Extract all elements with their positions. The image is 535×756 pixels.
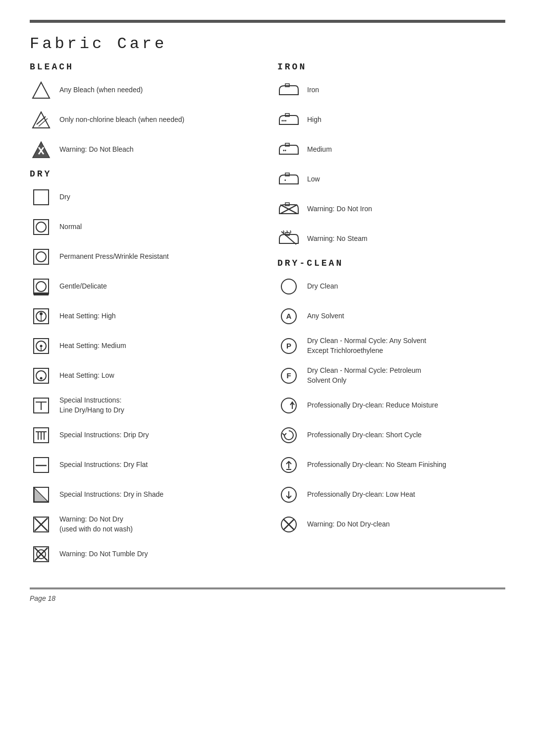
dry-label: Dry: [59, 192, 70, 202]
line-dry-icon: [30, 394, 53, 417]
list-item: A Any Solvent: [277, 305, 505, 328]
svg-point-66: [281, 398, 296, 413]
heat-low-label: Heat Setting: Low: [59, 371, 114, 381]
svg-point-19: [40, 312, 43, 315]
list-item: Warning: Do Not Bleach: [30, 138, 258, 161]
dry-in-shade-label: Special Instructions: Dry in Shade: [59, 490, 163, 500]
list-item: •• Medium: [277, 138, 505, 161]
list-item: Professionally Dry-clean: Short Cycle: [277, 424, 505, 447]
heat-medium-label: Heat Setting: Medium: [59, 341, 126, 351]
dry-clean-label: Dry Clean: [307, 282, 338, 291]
list-item: Only non-chlorine bleach (when needed): [30, 109, 258, 131]
gentle-delicate-icon: [30, 275, 53, 298]
no-steam-finishing-label: Professionally Dry-clean: No Steam Finis…: [307, 460, 446, 470]
iron-low-icon: •: [277, 168, 300, 191]
iron-medium-icon: ••: [277, 138, 300, 161]
do-not-dry-icon: [30, 513, 53, 536]
normal-icon: [30, 216, 53, 238]
dry-in-shade-icon: [30, 483, 53, 506]
f-solvent-icon: F: [277, 364, 300, 387]
svg-point-14: [36, 282, 46, 291]
dry-clean-icon: [277, 275, 300, 298]
p-solvent-icon: P: [277, 335, 300, 357]
list-item: Permanent Press/Wrinkle Resistant: [30, 245, 258, 268]
list-item: Special Instructions: Dry Flat: [30, 454, 258, 476]
page-title: Fabric Care: [30, 35, 505, 53]
iron-header: IRON: [277, 62, 505, 72]
iron-low-label: Low: [307, 174, 320, 184]
heat-high-icon: [30, 305, 53, 328]
svg-point-9: [36, 222, 46, 232]
do-not-bleach-label: Warning: Do Not Bleach: [59, 145, 134, 155]
svg-text:•••: •••: [281, 118, 287, 123]
page-footer: Page 18: [30, 594, 505, 602]
dryclean-header: DRY-CLEAN: [277, 258, 505, 268]
iron-high-icon: •••: [277, 109, 300, 131]
iron-label: Iron: [307, 85, 319, 95]
permanent-press-icon: [30, 245, 53, 268]
bottom-border: [30, 587, 505, 589]
drip-dry-label: Special Instructions: Drip Dry: [59, 430, 149, 440]
svg-marker-39: [34, 488, 48, 502]
list-item: • Low: [277, 168, 505, 191]
svg-point-27: [40, 377, 43, 380]
iron-high-label: High: [307, 115, 321, 125]
list-item: Iron: [277, 79, 505, 102]
p-solvent-label: Dry Clean - Normal Cycle: Any SolventExc…: [307, 336, 426, 355]
do-not-dry-clean-label: Warning: Do Not Dry-clean: [307, 520, 390, 529]
heat-high-label: Heat Setting: High: [59, 311, 116, 321]
svg-text:A: A: [286, 312, 292, 320]
heat-low-icon: [30, 364, 53, 387]
dry-header: DRY: [30, 169, 258, 179]
iron-medium-label: Medium: [307, 145, 332, 155]
svg-text:•: •: [284, 177, 286, 183]
reduce-moisture-label: Professionally Dry-clean: Reduce Moistur…: [307, 401, 438, 410]
svg-marker-0: [33, 82, 50, 98]
right-column: IRON Iron •••: [277, 58, 505, 573]
do-not-dry-label: Warning: Do Not Dry(used with do not was…: [59, 515, 133, 534]
svg-line-58: [281, 232, 296, 244]
line-dry-label: Special Instructions:Line Dry/Hang to Dr…: [59, 396, 124, 415]
svg-point-68: [281, 428, 296, 443]
svg-text:F: F: [286, 371, 291, 380]
list-item: Special Instructions: Drip Dry: [30, 424, 258, 447]
low-heat-label: Professionally Dry-clean: Low Heat: [307, 490, 415, 500]
no-steam-icon: [277, 228, 300, 250]
f-solvent-label: Dry Clean - Normal Cycle: PetroleumSolve…: [307, 366, 421, 385]
do-not-tumble-dry-icon: [30, 543, 53, 566]
list-item: P Dry Clean - Normal Cycle: Any SolventE…: [277, 335, 505, 357]
two-column-layout: BLEACH Any Bleach (when needed): [30, 58, 505, 573]
top-border: [30, 20, 505, 23]
list-item: Normal: [30, 216, 258, 238]
list-item: Special Instructions:Line Dry/Hang to Dr…: [30, 394, 258, 417]
svg-point-11: [36, 252, 46, 262]
any-bleach-icon: [30, 79, 53, 102]
heat-medium-icon: [30, 335, 53, 357]
no-steam-finishing-icon: [277, 454, 300, 476]
list-item: ••• High: [277, 109, 505, 131]
reduce-moisture-icon: [277, 394, 300, 417]
permanent-press-label: Permanent Press/Wrinkle Resistant: [59, 252, 169, 262]
left-column: BLEACH Any Bleach (when needed): [30, 58, 258, 573]
list-item: Warning: No Steam: [277, 228, 505, 250]
list-item: Warning: Do Not Dry-clean: [277, 513, 505, 536]
svg-point-23: [40, 345, 43, 348]
short-cycle-icon: [277, 424, 300, 447]
bleach-header: BLEACH: [30, 62, 258, 72]
list-item: Gentle/Delicate: [30, 275, 258, 298]
short-cycle-label: Professionally Dry-clean: Short Cycle: [307, 430, 422, 440]
do-not-bleach-icon: [30, 138, 53, 161]
page-wrapper: Fabric Care BLEACH Any Bleach (when need…: [0, 0, 535, 622]
iron-icon: [277, 79, 300, 102]
low-heat-icon: [277, 483, 300, 506]
svg-point-59: [281, 279, 296, 294]
list-item: Heat Setting: Medium: [30, 335, 258, 357]
do-not-tumble-dry-label: Warning: Do Not Tumble Dry: [59, 549, 148, 559]
non-chlorine-bleach-label: Only non-chlorine bleach (when needed): [59, 115, 184, 125]
dry-flat-icon: [30, 454, 53, 476]
non-chlorine-bleach-icon: [30, 109, 53, 131]
dry-icon: [30, 186, 53, 209]
svg-text:••: ••: [283, 148, 287, 153]
gentle-delicate-label: Gentle/Delicate: [59, 282, 107, 291]
list-item: Dry Clean: [277, 275, 505, 298]
